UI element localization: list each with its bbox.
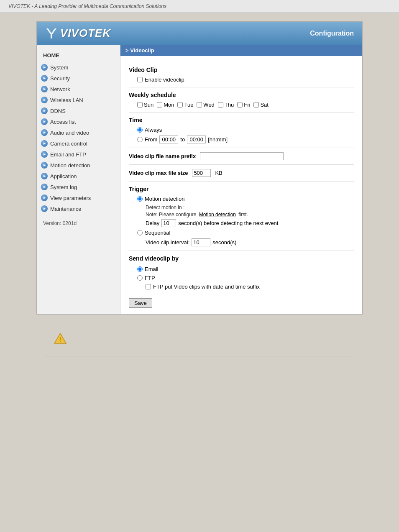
header-bar: VIVOTEK Configuration — [37, 22, 362, 45]
time-header: Time — [129, 117, 354, 123]
expand-icon-system — [41, 64, 48, 71]
sidebar-item-home[interactable]: HOME — [37, 49, 120, 62]
hhmm-text: [hh:mm] — [208, 136, 228, 143]
sidebar-item-audio-video[interactable]: Audio and video — [37, 127, 120, 138]
sidebar-item-system[interactable]: System — [37, 62, 120, 73]
weekly-schedule-row: Sun Mon Tue Wed — [137, 102, 354, 108]
day-wed-checkbox[interactable] — [197, 102, 202, 107]
sidebar-label-application: Application — [50, 173, 77, 179]
sidebar-item-application[interactable]: Application — [37, 171, 120, 182]
maxsize-input[interactable] — [192, 169, 211, 177]
day-tue-text: Tue — [184, 102, 193, 108]
sidebar-item-wireless-lan[interactable]: Wireless LAN — [37, 95, 120, 105]
day-fri-checkbox[interactable] — [237, 102, 243, 107]
sidebar-item-system-log[interactable]: System log — [37, 182, 120, 192]
trigger-header: Trigger — [129, 186, 354, 192]
day-wed-label: Wed — [197, 102, 215, 108]
delay-row: Delay second(s) before detecting the nex… — [146, 219, 354, 227]
logo: VIVOTEK — [45, 27, 111, 40]
day-sat-checkbox[interactable] — [253, 102, 259, 107]
email-radio[interactable] — [137, 266, 143, 272]
sequential-radio[interactable] — [137, 230, 143, 235]
expand-icon-camera-control — [41, 140, 48, 147]
sequential-label: Sequential — [137, 230, 170, 236]
motion-detect-link[interactable]: Motion detection — [199, 212, 236, 217]
send-by-header: Send videoclip by — [129, 255, 354, 262]
day-thu-checkbox[interactable] — [218, 102, 223, 107]
section-video-clip: Video Clip — [129, 66, 354, 73]
expand-icon-system-log — [41, 184, 48, 190]
sidebar-item-network[interactable]: Network — [37, 84, 120, 95]
top-bar: VIVOTEK - A Leading Provider of Multimed… — [0, 0, 399, 13]
motion-detect-label: Motion detection — [137, 196, 184, 202]
expand-icon-access-list — [41, 118, 48, 125]
from-radio[interactable] — [137, 137, 143, 142]
sidebar-label-network: Network — [50, 86, 70, 92]
sidebar-item-maintenance[interactable]: Maintenance — [37, 203, 120, 214]
sidebar-label-maintenance: Maintenance — [50, 206, 81, 212]
note-row: Note: Please configure Motion detection … — [146, 212, 354, 217]
expand-icon-network — [41, 86, 48, 92]
interval-suffix: second(s) — [212, 239, 236, 246]
detect-in-row: Detect motion in : Note: Please configur… — [146, 205, 354, 227]
sidebar-item-motion-detection[interactable]: Motion detection — [37, 160, 120, 171]
always-row: Always — [137, 127, 354, 133]
version-label: Version: 0201d — [37, 214, 120, 228]
email-label: Email — [137, 266, 159, 272]
day-sat-label: Sat — [253, 102, 269, 108]
svg-marker-0 — [46, 28, 56, 38]
weekly-schedule-header: Weekly schedule — [129, 92, 354, 98]
prefix-input[interactable] — [200, 152, 284, 160]
warning-triangle-icon: ! — [54, 332, 67, 345]
sidebar-item-camera-control[interactable]: Camera control — [37, 138, 120, 149]
from-text: From — [145, 136, 157, 143]
ftp-radio[interactable] — [137, 275, 143, 281]
ftp-suffix-text: FTP put Video clips with date and time s… — [153, 284, 260, 290]
interval-input[interactable] — [192, 238, 210, 246]
ftp-suffix-checkbox[interactable] — [146, 284, 151, 289]
sidebar-item-security[interactable]: Security — [37, 73, 120, 84]
ftp-text: FTP — [145, 275, 155, 281]
sidebar-label-view-parameters: View parameters — [50, 195, 91, 201]
expand-icon-view-parameters — [41, 194, 48, 201]
sidebar-item-access-list[interactable]: Access list — [37, 116, 120, 127]
day-sun-label: Sun — [137, 102, 153, 108]
day-sun-checkbox[interactable] — [137, 102, 143, 107]
sidebar-item-email-ftp[interactable]: Email and FTP — [37, 149, 120, 160]
warning-icon: ! — [54, 332, 67, 345]
sidebar-label-access-list: Access list — [50, 119, 76, 125]
day-mon-text: Mon — [164, 102, 174, 108]
motion-detect-row: Motion detection — [137, 196, 354, 202]
always-radio[interactable] — [137, 127, 143, 133]
maxsize-row: Video clip max file size KB — [129, 169, 354, 177]
send-section: Email FTP FTP put Vide — [129, 266, 354, 290]
sequential-row: Sequential — [137, 230, 354, 236]
expand-icon-wireless-lan — [41, 97, 48, 103]
enable-videoclip-row: Enable videoclip — [137, 77, 354, 83]
day-mon-label: Mon — [157, 102, 174, 108]
motion-detect-radio[interactable] — [137, 196, 143, 202]
from-row: From to [hh:mm] — [137, 136, 354, 143]
to-time-input[interactable] — [187, 136, 206, 143]
expand-icon-application — [41, 173, 48, 179]
sidebar-item-ddns[interactable]: DDNS — [37, 105, 120, 116]
sidebar-label-system-log: System log — [50, 184, 77, 190]
save-button[interactable]: Save — [129, 298, 152, 308]
from-time-input[interactable] — [159, 136, 178, 143]
always-label: Always — [137, 127, 162, 133]
day-mon-checkbox[interactable] — [157, 102, 162, 107]
prefix-label: Video clip file name prefix — [129, 153, 196, 159]
prefix-row: Video clip file name prefix — [129, 152, 354, 160]
day-tue-checkbox[interactable] — [177, 102, 183, 107]
delay-input[interactable] — [161, 219, 176, 227]
main-content: > Videoclip Video Clip Enable videoclip … — [120, 45, 362, 314]
detect-in-text: Detect motion in : — [146, 205, 354, 210]
content-body: Video Clip Enable videoclip Weekly sched… — [120, 56, 362, 314]
svg-text:!: ! — [59, 336, 61, 343]
email-text: Email — [145, 266, 159, 272]
enable-videoclip-label: Enable videoclip — [137, 77, 184, 83]
enable-videoclip-checkbox[interactable] — [137, 77, 143, 82]
expand-icon-security — [41, 75, 48, 82]
always-text: Always — [145, 127, 162, 133]
sidebar-item-view-parameters[interactable]: View parameters — [37, 192, 120, 203]
